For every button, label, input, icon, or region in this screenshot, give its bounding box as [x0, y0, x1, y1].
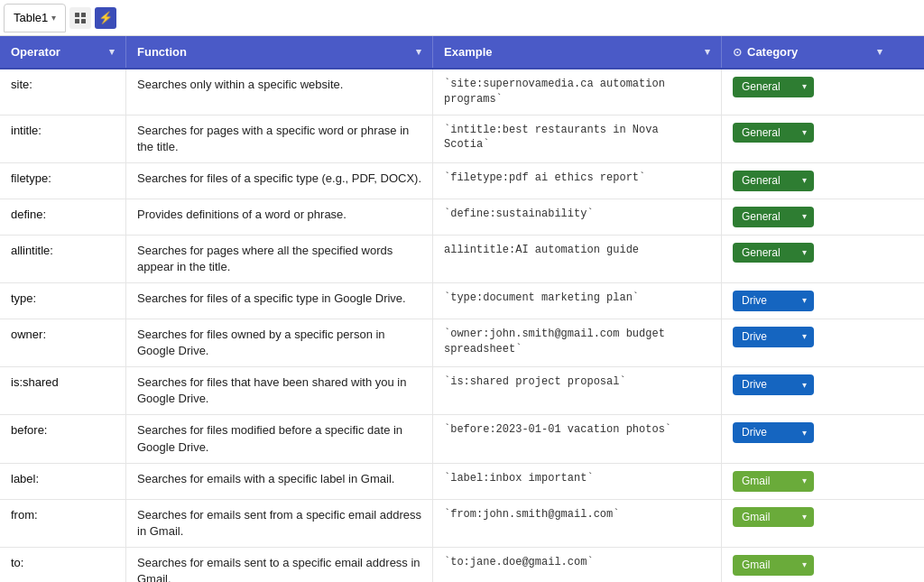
- grid-view-icon[interactable]: [69, 7, 91, 29]
- cell-example: `label:inbox important`: [433, 464, 722, 499]
- cell-category: General ▾: [722, 115, 893, 162]
- header-example[interactable]: Example ▾: [433, 36, 722, 68]
- category-badge[interactable]: Drive ▾: [733, 374, 814, 395]
- cell-category: General ▾: [722, 163, 893, 199]
- table-tab-chevron: ▾: [51, 13, 56, 23]
- table-row: site: Searches only within a specific we…: [0, 69, 924, 115]
- header-operator[interactable]: Operator ▾: [0, 36, 126, 68]
- cell-function: Searches for pages with a specific word …: [126, 115, 433, 162]
- cell-example: `owner:john.smith@gmail.com budget sprea…: [433, 319, 722, 366]
- cell-example: `define:sustainability`: [433, 199, 722, 235]
- table-row: type: Searches for files of a specific t…: [0, 283, 924, 319]
- cell-example: `filetype:pdf ai ethics report`: [433, 163, 722, 199]
- header-function-label: Function: [137, 45, 187, 59]
- header-category[interactable]: ⊙ Category ▾: [722, 36, 893, 68]
- cell-category: General ▾: [722, 69, 893, 115]
- cell-function: Searches for emails sent from a specific…: [126, 500, 433, 547]
- cell-category: Drive ▾: [722, 367, 893, 414]
- cell-operator: site:: [0, 69, 126, 115]
- category-badge[interactable]: Gmail ▾: [733, 471, 814, 492]
- table-row: from: Searches for emails sent from a sp…: [0, 500, 924, 548]
- cell-example: `site:supernovamedia.ca automation progr…: [433, 69, 722, 115]
- top-bar: Table1 ▾ ⚡: [0, 0, 924, 36]
- category-label: General: [742, 125, 781, 141]
- cell-category: Drive ▾: [722, 283, 893, 319]
- badge-chevron-icon: ▾: [802, 427, 807, 439]
- cell-function: Searches for pages where all the specifi…: [126, 236, 433, 282]
- header-category-chevron: ▾: [877, 46, 882, 58]
- cell-operator: intitle:: [0, 115, 126, 162]
- badge-chevron-icon: ▾: [802, 559, 807, 571]
- category-badge[interactable]: General ▾: [733, 171, 814, 191]
- table-row: to: Searches for emails sent to a specif…: [0, 548, 924, 582]
- badge-chevron-icon: ▾: [802, 379, 807, 392]
- svg-rect-3: [81, 19, 86, 23]
- table-row: allintitle: Searches for pages where all…: [0, 236, 924, 283]
- category-badge[interactable]: General ▾: [733, 243, 814, 263]
- header-operator-label: Operator: [11, 45, 60, 59]
- category-badge[interactable]: Drive ▾: [733, 327, 814, 347]
- category-label: General: [742, 209, 781, 225]
- app-container: Table1 ▾ ⚡ Operator ▾ Function ▾: [0, 0, 924, 582]
- category-label: Drive: [742, 377, 767, 393]
- table-name: Table1: [14, 11, 48, 24]
- cell-operator: owner:: [0, 319, 126, 366]
- category-label: General: [742, 79, 781, 95]
- cell-category: General ▾: [722, 199, 893, 235]
- table-row: intitle: Searches for pages with a speci…: [0, 115, 924, 163]
- category-badge[interactable]: General ▾: [733, 123, 814, 143]
- badge-chevron-icon: ▾: [802, 174, 807, 187]
- cell-function: Searches for files modified before a spe…: [126, 415, 433, 462]
- category-badge[interactable]: Drive ▾: [733, 291, 814, 311]
- category-badge[interactable]: General ▾: [733, 207, 814, 227]
- cell-operator: type:: [0, 283, 126, 319]
- cell-function: Searches for files of a specific type (e…: [126, 163, 433, 199]
- cell-function: Searches only within a specific website.: [126, 69, 433, 115]
- category-badge[interactable]: General ▾: [733, 77, 814, 97]
- cell-category: General ▾: [722, 236, 893, 282]
- cell-operator: label:: [0, 464, 126, 499]
- badge-chevron-icon: ▾: [802, 80, 807, 93]
- cell-operator: filetype:: [0, 163, 126, 199]
- cell-example: `is:shared project proposal`: [433, 367, 722, 414]
- table-tab[interactable]: Table1 ▾: [4, 4, 66, 32]
- cell-operator: is:shared: [0, 367, 126, 414]
- svg-rect-0: [75, 13, 79, 17]
- category-label: Drive: [742, 425, 767, 440]
- cell-operator: before:: [0, 415, 126, 462]
- header-function[interactable]: Function ▾: [126, 36, 433, 68]
- svg-rect-1: [81, 13, 86, 17]
- cell-example: `intitle:best restaurants in Nova Scotia…: [433, 115, 722, 162]
- cell-example: `to:jane.doe@gmail.com`: [433, 548, 722, 582]
- cell-operator: to:: [0, 548, 126, 582]
- cell-function: Searches for emails with a specific labe…: [126, 464, 433, 499]
- cell-example: `from:john.smith@gmail.com`: [433, 500, 722, 547]
- category-label: Gmail: [742, 558, 770, 573]
- category-link-icon: ⊙: [733, 46, 742, 59]
- table-row: filetype: Searches for files of a specif…: [0, 163, 924, 199]
- cell-example: `type:document marketing plan`: [433, 283, 722, 319]
- category-badge[interactable]: Gmail ▾: [733, 555, 814, 576]
- cell-category: Gmail ▾: [722, 500, 893, 547]
- category-label: Gmail: [742, 474, 770, 489]
- badge-chevron-icon: ▾: [802, 330, 807, 343]
- cell-example: `before:2023-01-01 vacation photos`: [433, 415, 722, 462]
- badge-chevron-icon: ▾: [802, 511, 807, 523]
- category-badge[interactable]: Gmail ▾: [733, 507, 814, 528]
- badge-chevron-icon: ▾: [802, 210, 807, 223]
- header-operator-chevron: ▾: [109, 46, 115, 58]
- header-example-chevron: ▾: [705, 46, 710, 58]
- lightning-icon[interactable]: ⚡: [95, 7, 116, 29]
- category-label: Gmail: [742, 510, 770, 525]
- category-badge[interactable]: Drive ▾: [733, 422, 814, 443]
- table-row: before: Searches for files modified befo…: [0, 415, 924, 463]
- cell-category: Drive ▾: [722, 319, 893, 366]
- cell-category: Gmail ▾: [722, 548, 893, 582]
- cell-function: Searches for emails sent to a specific e…: [126, 548, 433, 582]
- cell-operator: define:: [0, 199, 126, 235]
- badge-chevron-icon: ▾: [802, 475, 807, 487]
- svg-rect-2: [75, 19, 79, 23]
- badge-chevron-icon: ▾: [802, 246, 807, 259]
- header-category-label: Category: [747, 45, 798, 59]
- table-body: site: Searches only within a specific we…: [0, 69, 924, 582]
